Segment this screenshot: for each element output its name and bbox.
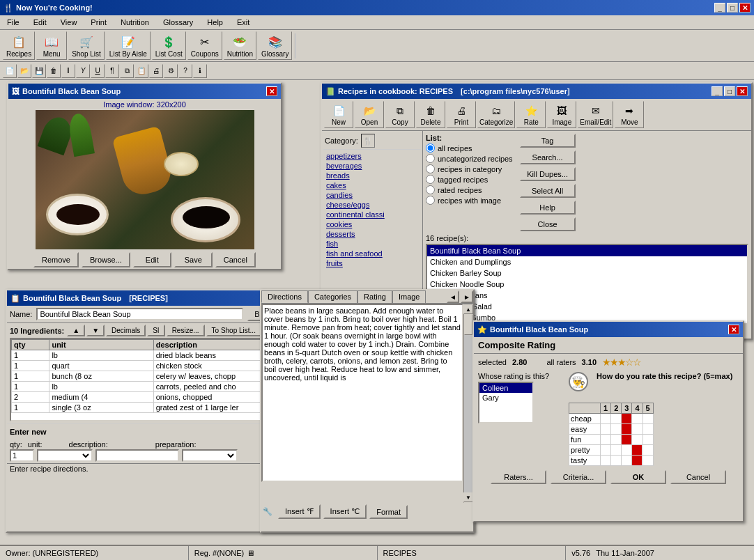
toolbar-recipes[interactable]: 📋 Recipes <box>3 31 35 60</box>
fun-3[interactable] <box>622 435 632 445</box>
easy-5[interactable] <box>643 424 653 435</box>
menu-nutrition[interactable]: Nutrition <box>116 17 153 28</box>
browse-button[interactable]: Browse... <box>82 252 130 267</box>
cookbook-maximize[interactable]: □ <box>724 86 735 96</box>
desc-input[interactable] <box>95 449 179 462</box>
rater-gary[interactable]: Gary <box>479 393 532 403</box>
cookbook-delete-btn[interactable]: 🗑 Delete <box>416 101 445 128</box>
directions-scrollbar[interactable]: ▲ ▼ <box>463 304 473 503</box>
pretty-2[interactable] <box>611 445 622 456</box>
cancel-image-button[interactable]: Cancel <box>215 252 256 267</box>
ing-up-btn[interactable]: ▲ <box>67 325 85 336</box>
toolbar-coupons[interactable]: ✂ Coupons <box>187 31 222 60</box>
tab-rating[interactable]: Rating <box>357 290 392 303</box>
rater-list[interactable]: Colleen Gary <box>478 382 534 423</box>
raters-button[interactable]: Raters... <box>491 470 546 484</box>
cat-breads[interactable]: breads <box>323 171 421 180</box>
tasty-3[interactable] <box>622 456 632 466</box>
recipe-item-1[interactable]: Chicken and Dumplings <box>427 256 747 267</box>
radio-with-image[interactable]: recipes with image <box>426 196 513 205</box>
radio-rated[interactable]: rated recipes <box>426 185 513 194</box>
tag-button[interactable]: Tag <box>520 134 576 148</box>
pretty-3[interactable] <box>622 445 632 456</box>
menu-file[interactable]: File <box>3 17 24 28</box>
category-icon[interactable]: 🍴 <box>361 134 375 148</box>
format-button[interactable]: Format <box>369 505 408 519</box>
directions-textarea[interactable]: Place beans in large saucepan. Add enoug… <box>261 304 463 482</box>
prep-select[interactable] <box>182 449 238 462</box>
fun-5[interactable] <box>643 435 653 445</box>
close-cookbook-button[interactable]: Close <box>520 217 576 231</box>
rater-colleen[interactable]: Colleen <box>479 383 532 393</box>
format-btn[interactable]: ¶ <box>105 64 119 78</box>
fun-2[interactable] <box>611 435 622 445</box>
dir-next-btn[interactable]: ► <box>461 290 473 303</box>
cat-candies[interactable]: candies <box>323 190 421 200</box>
paste-btn[interactable]: 📋 <box>134 64 148 78</box>
menu-exit[interactable]: Exit <box>233 17 254 28</box>
toolbar-list-cost[interactable]: 💲 List Cost <box>152 31 186 60</box>
maximize-button[interactable]: □ <box>727 3 738 13</box>
kill-dupes-button[interactable]: Kill Dupes... <box>520 167 576 181</box>
underline-btn[interactable]: U <box>91 64 105 78</box>
print-small-btn[interactable]: 🖨 <box>149 64 163 78</box>
cat-appetizers[interactable]: appetizers <box>323 151 421 161</box>
cat-desserts[interactable]: desserts <box>323 229 421 239</box>
easy-1[interactable] <box>601 424 611 435</box>
cat-fish-seafood[interactable]: fish and seafood <box>323 249 421 258</box>
new-doc-btn[interactable]: 📄 <box>3 64 17 78</box>
help-small-btn[interactable]: ? <box>178 64 192 78</box>
tasty-2[interactable] <box>611 456 622 466</box>
cookbook-image-btn[interactable]: 🖼 Image <box>547 101 576 128</box>
cheap-4[interactable] <box>632 414 643 424</box>
qty-input[interactable] <box>10 449 34 462</box>
cheap-5[interactable] <box>643 414 653 424</box>
cookbook-new-btn[interactable]: 📄 New <box>324 101 353 128</box>
menu-glossary[interactable]: Glossary <box>159 17 197 28</box>
decimals-btn[interactable]: Decimals <box>106 325 146 336</box>
recipe-item-5[interactable]: ma's Potato Salad <box>427 301 747 312</box>
recipe-item-2[interactable]: Chicken Barley Soup <box>427 267 747 279</box>
recipe-item-3[interactable]: Chicken Noodle Soup <box>427 279 747 290</box>
remove-image-button[interactable]: Remove <box>33 252 79 267</box>
recipe-item-4[interactable]: d Spiced Pecans <box>427 290 747 301</box>
tab-directions[interactable]: Directions <box>261 290 308 303</box>
open-btn[interactable]: 📂 <box>17 64 31 78</box>
si-btn[interactable]: SI <box>147 325 164 336</box>
criteria-button[interactable]: Criteria... <box>551 470 606 484</box>
settings-btn[interactable]: ⚙ <box>164 64 178 78</box>
cancel-rating-button[interactable]: Cancel <box>670 470 726 484</box>
insert-f-button[interactable]: Insert ℉ <box>278 504 321 519</box>
cookbook-print-btn[interactable]: 🖨 Print <box>447 101 476 128</box>
cat-cakes[interactable]: cakes <box>323 180 421 190</box>
save-small-btn[interactable]: 💾 <box>32 64 46 78</box>
radio-uncategorized[interactable]: uncategorized recipes <box>426 154 513 163</box>
pretty-4[interactable] <box>632 445 643 456</box>
to-shop-list-btn[interactable]: To Shop List... <box>206 325 261 336</box>
rating-close[interactable]: ✕ <box>728 325 739 334</box>
dir-scroll-thumb[interactable] <box>464 314 472 335</box>
save-image-button[interactable]: Save <box>174 252 213 267</box>
cookbook-categorize-btn[interactable]: 🗂 Categorize <box>477 101 515 128</box>
radio-all[interactable]: all recipes <box>426 143 513 153</box>
tab-image[interactable]: Image <box>392 290 426 303</box>
ok-button[interactable]: OK <box>610 470 666 484</box>
minimize-button[interactable]: _ <box>714 3 725 13</box>
radio-tagged[interactable]: tagged recipes <box>426 175 513 184</box>
cookbook-email-btn[interactable]: ✉ Email/Edit <box>578 101 613 128</box>
cheap-3[interactable] <box>622 414 632 424</box>
bold-btn[interactable]: I <box>61 64 75 78</box>
cookbook-close[interactable]: ✕ <box>737 86 748 96</box>
copy-small-btn[interactable]: ⧉ <box>120 64 134 78</box>
cheap-2[interactable] <box>611 414 622 424</box>
edit-image-button[interactable]: Edit <box>133 252 171 267</box>
italic-btn[interactable]: Y <box>76 64 90 78</box>
cookbook-minimize[interactable]: _ <box>711 86 723 96</box>
cat-cheese-eggs[interactable]: cheese/eggs <box>323 200 421 210</box>
dir-scroll-up[interactable]: ▲ <box>463 304 473 314</box>
dir-prev-btn[interactable]: ◄ <box>447 290 459 303</box>
cat-continental[interactable]: continental classi <box>323 210 421 219</box>
easy-3[interactable] <box>622 424 632 435</box>
dir-scroll-down[interactable]: ▼ <box>463 492 473 502</box>
cat-cookies[interactable]: cookies <box>323 219 421 229</box>
